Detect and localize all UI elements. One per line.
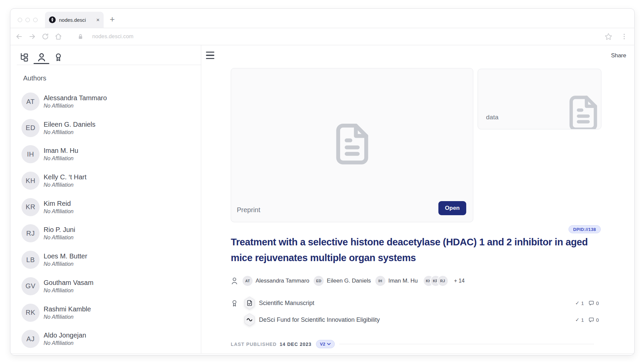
author-name: Aldo Jongejan: [44, 331, 86, 339]
published-row: LAST PUBLISHED 14 DEC 2023 V2: [231, 340, 594, 348]
attestation-row[interactable]: DeSci Fund for Scientific Innovation Eli…: [244, 313, 380, 326]
menu-hamburger-icon[interactable]: [206, 52, 214, 59]
active-tab-underline: [34, 63, 49, 64]
author-name: Goutham Vasam: [44, 279, 94, 286]
author-list-item[interactable]: GV Goutham Vasam No Affiliation: [21, 277, 196, 295]
author-list-item[interactable]: AJ Aldo Jongejan No Affiliation: [21, 330, 196, 348]
authors-list: AT Alessandra Tammaro No Affiliation ED …: [21, 93, 196, 355]
attestation-name: Scientific Manuscript: [259, 300, 314, 307]
author-name: Loes M. Butter: [44, 252, 87, 260]
person-icon: [231, 277, 238, 285]
desci-fund-hexagon-badge: [244, 313, 255, 326]
author-chip-name: Eileen G. Daniels: [327, 278, 371, 284]
award-icon: [231, 299, 238, 308]
node-title: Treatment with a selective histone deace…: [231, 234, 608, 266]
minimize-window-button[interactable]: [25, 18, 30, 22]
more-authors-label[interactable]: + 14: [454, 278, 465, 284]
new-tab-button[interactable]: +: [110, 15, 115, 23]
footer-divider: [339, 344, 594, 344]
author-name: Iman M. Hu: [44, 147, 78, 154]
maximize-window-button[interactable]: [33, 18, 38, 22]
author-affiliation: No Affiliation: [44, 156, 78, 162]
author-list-item[interactable]: IH Iman M. Hu No Affiliation: [21, 145, 196, 163]
comment-count: 0: [596, 317, 599, 323]
dpid-badge[interactable]: DPID://138: [569, 225, 601, 233]
author-chip-avatar: AT: [243, 276, 253, 286]
byline-authors: AT Alessandra Tammaro ED Eileen G. Danie…: [231, 276, 465, 286]
author-avatar: ED: [21, 119, 40, 137]
home-icon[interactable]: [54, 33, 62, 41]
version-selector[interactable]: V2: [316, 340, 335, 348]
author-affiliation: No Affiliation: [44, 208, 73, 215]
author-avatar-stack[interactable]: KH KR RJ: [423, 275, 448, 287]
author-list-item[interactable]: AT Alessandra Tammaro No Affiliation: [21, 93, 196, 111]
toolbar-divider: [10, 45, 634, 45]
author-chip[interactable]: ED Eileen G. Daniels: [314, 276, 371, 286]
author-affiliation: No Affiliation: [44, 261, 87, 267]
author-list-item[interactable]: KH Kelly C. ‘t Hart No Affiliation: [21, 172, 196, 190]
data-card-label: data: [486, 114, 498, 121]
back-icon[interactable]: [15, 33, 23, 41]
stacked-avatar: RJ: [437, 275, 448, 287]
share-button[interactable]: Share: [611, 52, 626, 59]
author-list-item[interactable]: LB Loes M. Butter No Affiliation: [21, 251, 196, 269]
author-chip[interactable]: IH Iman M. Hu: [375, 276, 418, 286]
attestation-stats[interactable]: ✓ 1 0: [575, 296, 599, 310]
author-avatar: RK: [21, 304, 40, 322]
author-chip-avatar: IH: [375, 276, 385, 286]
author-avatar: KR: [21, 198, 40, 216]
comment-icon: [588, 317, 594, 323]
close-window-button[interactable]: [18, 18, 22, 22]
author-avatar: LB: [21, 251, 40, 269]
tab-tree-icon[interactable]: [19, 52, 29, 62]
sidebar-top-divider: [17, 65, 201, 65]
close-tab-icon[interactable]: ×: [96, 17, 100, 23]
author-affiliation: No Affiliation: [44, 288, 94, 294]
window-controls[interactable]: [18, 18, 38, 22]
author-chip[interactable]: AT Alessandra Tammaro: [243, 276, 309, 286]
browser-window: nodes.desci × + nodes.desci.com: [10, 8, 635, 355]
author-list-item[interactable]: RJ Rio P. Juni No Affiliation: [21, 224, 196, 242]
open-button[interactable]: Open: [438, 201, 466, 215]
comment-count: 0: [596, 300, 599, 306]
author-avatar: GV: [21, 277, 40, 295]
last-published-label: LAST PUBLISHED: [231, 342, 277, 347]
chevron-down-icon: [327, 343, 331, 345]
tab-title: nodes.desci: [59, 17, 93, 23]
author-avatar: AJ: [21, 330, 40, 348]
author-name: Rashmi Kamble: [44, 305, 91, 313]
author-affiliation: No Affiliation: [44, 103, 107, 109]
comment-icon: [588, 300, 594, 306]
author-avatar: IH: [21, 145, 40, 163]
author-name: Rio P. Juni: [44, 226, 75, 233]
author-avatar: KH: [21, 172, 40, 190]
attestation-row[interactable]: Scientific Manuscript: [244, 296, 314, 310]
author-name: Eileen G. Daniels: [44, 121, 96, 128]
sidebar-divider: [201, 45, 201, 353]
tab-attestations-icon[interactable]: [53, 52, 63, 62]
document-icon: [330, 118, 374, 171]
forward-icon[interactable]: [28, 33, 36, 41]
published-date: 14 DEC 2023: [280, 342, 312, 347]
author-list-item[interactable]: KR Kim Reid No Affiliation: [21, 198, 196, 216]
attestation-stats[interactable]: ✓ 1 0: [575, 313, 599, 326]
bookmark-star-icon[interactable]: [604, 33, 612, 41]
browser-menu-icon[interactable]: [621, 33, 628, 40]
check-icon: ✓: [575, 300, 580, 306]
author-affiliation: No Affiliation: [44, 182, 87, 188]
author-list-item[interactable]: RK Rashmi Kamble No Affiliation: [21, 304, 196, 322]
author-affiliation: No Affiliation: [44, 129, 96, 135]
author-list-item[interactable]: ED Eileen G. Daniels No Affiliation: [21, 119, 196, 137]
manuscript-hexagon-badge: [244, 296, 255, 310]
check-icon: ✓: [575, 317, 580, 323]
author-affiliation: No Affiliation: [44, 235, 75, 241]
browser-tab[interactable]: nodes.desci ×: [45, 12, 104, 28]
browser-toolbar: nodes.desci.com: [10, 28, 634, 45]
address-bar-url[interactable]: nodes.desci.com: [92, 34, 133, 40]
preprint-card[interactable]: Preprint Open: [231, 68, 473, 222]
version-label: V2: [320, 342, 325, 347]
data-card[interactable]: data: [478, 69, 601, 129]
tab-authors-icon[interactable]: [37, 52, 47, 62]
verified-count: 1: [581, 317, 584, 323]
reload-icon[interactable]: [41, 33, 49, 41]
